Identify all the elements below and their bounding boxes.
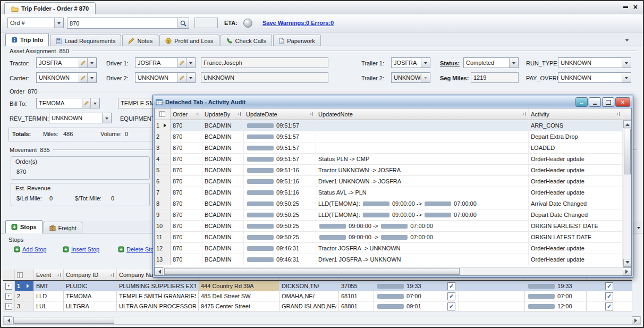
tab-overflow-button[interactable]: [623, 36, 631, 44]
cell-event[interactable]: BMT: [34, 281, 64, 291]
cell-order[interactable]: 870: [171, 120, 202, 131]
cell-updatedate[interactable]: 09:51:57: [244, 120, 316, 131]
cell-updateby[interactable]: BCADMIN: [202, 254, 244, 265]
cell-checkbox[interactable]: ✓: [444, 301, 459, 311]
edit-icon[interactable]: [79, 58, 87, 68]
row-indicator-cell[interactable]: 12: [155, 243, 171, 254]
edit-icon[interactable]: [177, 58, 186, 68]
cell-company-name[interactable]: ULTRA GRAIN PROCESSORS: [117, 301, 199, 311]
expand-icon[interactable]: +: [5, 283, 12, 290]
tab-notes[interactable]: Notes: [122, 35, 158, 46]
cell-updatedate[interactable]: 09:50:25: [244, 198, 316, 209]
audit-row[interactable]: 3870BCADMIN 09:51:57LOADED: [155, 142, 623, 154]
audit-row[interactable]: 12870BCADMIN 09:46:31Tractor JOSFRA -> U…: [155, 243, 623, 254]
cell-order[interactable]: 870: [171, 198, 202, 209]
cell-checkbox[interactable]: ✓: [587, 301, 632, 311]
cell-activity[interactable]: OrderHeader update: [529, 154, 623, 164]
cell-company-name[interactable]: TEMPLE SMITH GRANARIES: [117, 291, 199, 301]
pay-overr-combo[interactable]: UNKNOWN: [558, 72, 631, 83]
stop-row[interactable]: +1BMTPLUDICPLUMBING SUPPLIERS EXT...444 …: [3, 281, 632, 291]
cell-updateby[interactable]: BCADMIN: [202, 198, 244, 209]
cell-order[interactable]: 870: [171, 154, 202, 164]
scroll-down-button[interactable]: [623, 259, 631, 267]
audit-row[interactable]: 7870BCADMIN 09:51:16Status AVL -> PLNOrd…: [155, 187, 623, 198]
cell-updateby[interactable]: BCADMIN: [202, 232, 244, 242]
cell-company-id[interactable]: TEMOMA: [64, 291, 117, 301]
bottom-tab-overflow-button[interactable]: [634, 224, 643, 232]
cell-updateby[interactable]: BCADMIN: [202, 221, 244, 231]
audit-h-scrollbar[interactable]: [155, 267, 631, 275]
cell-address[interactable]: 485 Dell Street SW: [199, 291, 279, 301]
cell-checkbox[interactable]: ✓: [444, 291, 459, 301]
edit-icon[interactable]: [177, 73, 186, 82]
cell-earliest-date[interactable]: 19:33: [374, 281, 444, 291]
cell-updatedate[interactable]: 09:51:57: [244, 154, 316, 164]
stop-row[interactable]: +3LULULTGRAULTRA GRAIN PROCESSORS9475 Ce…: [3, 301, 632, 312]
audit-row[interactable]: 10870BCADMIN 09:50:25 09:00:00 -> 07:00:…: [155, 221, 623, 232]
edit-icon[interactable]: [82, 98, 90, 108]
insert-stop-label[interactable]: Insert Stop: [71, 246, 99, 253]
scroll-left-button[interactable]: [155, 267, 163, 275]
scroll-up-button[interactable]: [623, 120, 631, 128]
pin-icon[interactable]: [109, 273, 114, 277]
cell-order[interactable]: 870: [171, 187, 202, 198]
cell-updatednote[interactable]: [316, 142, 529, 153]
edit-icon[interactable]: [79, 73, 87, 82]
cell-company-name[interactable]: PLUMBING SUPPLIERS EXT...: [117, 281, 199, 291]
trailer1-combo[interactable]: JOSFRA: [391, 57, 430, 68]
cell-checkbox[interactable]: ✓: [587, 291, 632, 301]
cell-updateby[interactable]: BCADMIN: [202, 176, 244, 187]
minimize-button[interactable]: [589, 97, 601, 107]
cell-activity[interactable]: Depart Extra Drop: [529, 131, 623, 142]
cell-empty[interactable]: [459, 301, 525, 311]
cell-order[interactable]: 870: [171, 176, 202, 187]
row-indicator-header[interactable]: [15, 270, 34, 280]
audit-row[interactable]: 13870BCADMIN 09:46:31Driver1 JOSFRA -> U…: [155, 254, 623, 265]
row-expander-cell[interactable]: +: [3, 301, 15, 311]
cell-updatedate[interactable]: 09:51:16: [244, 176, 316, 187]
chevron-down-icon[interactable]: [54, 18, 63, 28]
audit-row[interactable]: 2870BCADMIN 09:51:57Depart Extra Drop: [155, 131, 623, 142]
cell-empty[interactable]: [459, 291, 525, 301]
row-indicator-cell[interactable]: 11: [155, 232, 171, 242]
carrier-combo[interactable]: UNKNOWN: [36, 72, 97, 83]
scrollbar-thumb[interactable]: [624, 129, 631, 174]
cell-updatednote[interactable]: Driver1 UNKNOWN -> JOSFRA: [316, 176, 529, 187]
cell-updatednote[interactable]: Tractor UNKNOWN -> JOSFRA: [316, 165, 529, 175]
checkbox[interactable]: ✓: [447, 292, 455, 300]
column-header-updatedate[interactable]: UpdateDate: [244, 108, 316, 120]
tab-paperwork[interactable]: Paperwork: [273, 35, 321, 46]
pin-icon[interactable]: [236, 112, 241, 116]
cell-updateby[interactable]: BCADMIN: [202, 154, 244, 164]
cell-activity[interactable]: ORIGIN EARLIEST DATE: [529, 221, 623, 231]
cell-updatednote[interactable]: Tractor JOSFRA -> UNKNOWN: [316, 243, 529, 254]
audit-row[interactable]: 1870BCADMIN 09:51:57ARR_CONS: [155, 120, 623, 131]
checkbox[interactable]: ✓: [605, 292, 613, 300]
cell-activity[interactable]: OrderHeader update: [529, 254, 623, 265]
cell-updateby[interactable]: BCADMIN: [202, 131, 244, 142]
cell-activity[interactable]: Arrival Date Changed: [529, 198, 623, 209]
row-indicator-cell[interactable]: 4: [155, 154, 171, 164]
cell-updatedate[interactable]: 09:50:25: [244, 232, 316, 242]
detached-activity-audit-window[interactable]: Detached Tab - Activity Audit ↔ × Order …: [152, 95, 633, 277]
title-bar[interactable]: Trip Folder - Order # 870 ×: [1, 1, 643, 15]
cell-activity[interactable]: ORIGIN LATEST DATE: [529, 232, 623, 242]
trailer2-combo[interactable]: UNKNOWN: [391, 72, 430, 83]
checkbox[interactable]: ✓: [605, 282, 613, 290]
audit-v-scrollbar[interactable]: [623, 120, 631, 267]
tab-stops[interactable]: Stops: [5, 220, 43, 233]
chevron-down-icon[interactable]: [186, 58, 195, 68]
scroll-right-button[interactable]: [623, 267, 631, 275]
cell-earliest-date[interactable]: 09:01: [374, 301, 444, 311]
checkbox[interactable]: ✓: [605, 302, 613, 310]
cell-updatednote[interactable]: Driver1 JOSFRA -> UNKNOWN: [316, 254, 529, 265]
cell-updateby[interactable]: BCADMIN: [202, 120, 244, 131]
cell-updateby[interactable]: BCADMIN: [202, 165, 244, 175]
audit-row[interactable]: 6870BCADMIN 09:51:16Driver1 UNKNOWN -> J…: [155, 176, 623, 187]
column-header-order[interactable]: Order: [171, 108, 202, 120]
cell-order[interactable]: 870: [171, 142, 202, 153]
chevron-down-icon[interactable]: [421, 58, 430, 68]
chevron-down-icon[interactable]: [622, 58, 631, 68]
cell-updatedate[interactable]: 09:51:16: [244, 187, 316, 198]
cell-updatednote[interactable]: LLD(TEMOMA): 09:00:00 -> 07:00:00: [316, 209, 529, 220]
